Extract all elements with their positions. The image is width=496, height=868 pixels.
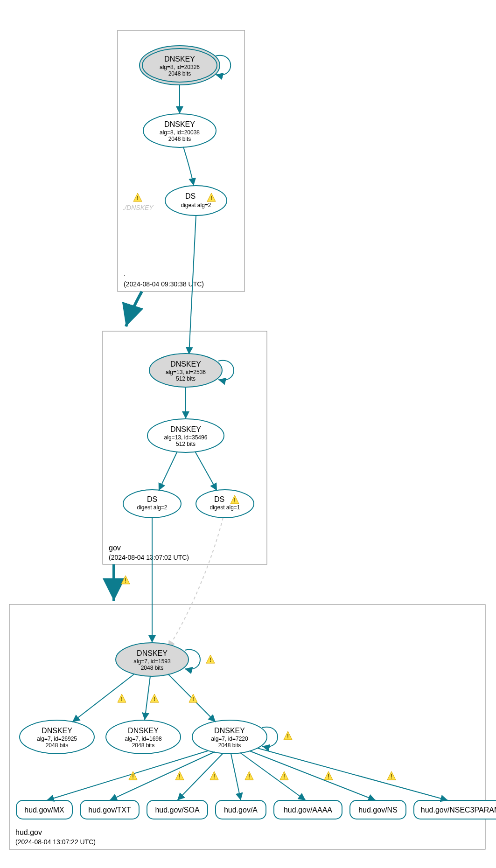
gov-zsk-line2: alg=13, id=35496 [164,434,208,441]
svg-point-4 [165,186,227,215]
warning-icon: ! [121,576,130,584]
zone-gov-timestamp: (2024-08-04 13:07:02 UTC) [109,554,189,561]
zone-hud-timestamp: (2024-08-04 13:07:22 UTC) [15,838,96,846]
zone-hud-label: hud.gov [15,828,42,836]
warning-icon: ! [118,694,126,702]
gov-ksk-title: DNSKEY [170,360,201,368]
gov-ds1-line2: digest alg=2 [137,504,167,511]
edge-gov-zsk-to-ds1 [159,451,177,491]
root-zsk-node: DNSKEY alg=8, id=20038 2048 bits [143,114,216,147]
gov-ksk-line3: 512 bits [176,375,196,382]
hud-ksk-node: DNSKEY alg=7, id=1593 2048 bits [116,643,189,676]
gov-zsk-line3: 512 bits [176,441,196,447]
edge-zone-root-to-gov [126,292,142,326]
svg-text:!: ! [210,657,211,663]
hud-zsk3-line2: alg=7, id=7220 [211,736,248,742]
root-zsk-title: DNSKEY [164,120,195,128]
svg-point-10 [123,490,181,518]
root-ds-line2: digest alg=2 [181,202,211,208]
gov-ds1-node: DS digest alg=2 [123,490,181,518]
zone-root-timestamp: (2024-08-04 09:30:38 UTC) [124,280,204,288]
warning-icon: ! [324,771,333,780]
svg-text:!: ! [179,773,181,780]
root-ksk-line3: 2048 bits [168,70,191,77]
svg-text:!: ! [391,773,392,780]
svg-point-11 [196,490,254,518]
root-ds-title: DS [185,192,196,200]
edge-zsk3-to-nsec3param [258,748,448,800]
zone-root-label: . [124,270,126,278]
rr-label-soa: hud.gov/SOA [155,806,200,814]
edge-hud-ksk-to-zsk1 [72,674,134,722]
rr-node-txt: hud.gov/TXT [80,800,139,819]
root-ksk-title: DNSKEY [164,55,195,63]
rr-label-a: hud.gov/A [224,806,258,814]
hud-zsk2-title: DNSKEY [128,727,159,735]
svg-text:!: ! [132,773,134,780]
warning-icon: ! [206,655,215,663]
root-zsk-line3: 2048 bits [168,136,191,142]
root-ksk-node: DNSKEY alg=8, id=20326 2048 bits [140,46,220,85]
hud-zsk2-line3: 2048 bits [132,742,155,749]
hud-ksk-line3: 2048 bits [141,665,164,671]
gov-zsk-node: DNSKEY alg=13, id=35496 512 bits [147,419,224,452]
root-ghost-dnskey-label: ./DNSKEY [123,204,154,211]
zone-hud: hud.gov (2024-08-04 13:07:22 UTC) DNSKEY… [9,518,496,849]
hud-ksk-title: DNSKEY [137,649,168,657]
rr-node-ns: hud.gov/NS [350,800,406,819]
warning-icon: ! [189,694,197,702]
edge-hud-ksk-to-zsk2 [145,676,150,720]
hud-zsk1-node: DNSKEY alg=7, id=26925 2048 bits [20,720,94,754]
svg-text:!: ! [137,195,139,201]
zone-gov-label: gov [109,544,121,552]
svg-text:!: ! [210,195,212,201]
gov-ksk-line2: alg=13, id=2536 [166,369,206,375]
rr-node-mx: hud.gov/MX [16,800,72,819]
svg-text:!: ! [213,773,215,780]
rr-node-a: hud.gov/A [216,800,266,819]
warning-icon: ! [150,694,159,702]
hud-zsk3-line3: 2048 bits [218,742,241,749]
svg-text:!: ! [121,696,123,702]
gov-ksk-node: DNSKEY alg=13, id=2536 512 bits [149,354,222,387]
rr-node-soa: hud.gov/SOA [147,800,208,819]
rr-label-mx: hud.gov/MX [24,806,64,814]
svg-text:!: ! [328,773,329,780]
svg-text:!: ! [287,733,289,740]
rr-node-nsec3param: hud.gov/NSEC3PARAM [414,800,496,819]
hud-zsk1-line3: 2048 bits [46,742,69,749]
hud-zsk3-node: DNSKEY alg=7, id=7220 2048 bits [192,720,267,754]
warning-icon: ! [175,771,184,780]
zone-root: . (2024-08-04 09:30:38 UTC) DNSKEY alg=8… [118,30,245,292]
warning-icon: ! [245,771,253,780]
warning-icon: ! [133,193,142,201]
warning-icon: ! [284,731,292,740]
svg-text:!: ! [154,696,155,702]
svg-text:!: ! [192,696,194,702]
root-ds-node: DS digest alg=2 ! [165,186,227,215]
hud-zsk1-title: DNSKEY [42,727,72,735]
edge-zsk3-to-a [231,754,241,800]
gov-ds2-title: DS [214,495,224,503]
hud-ksk-line2: alg=7, id=1593 [133,658,171,665]
warning-icon: ! [280,771,288,780]
root-ksk-line2: alg=8, id=20326 [160,64,200,70]
edge-root-zsk-to-ds [183,147,194,186]
gov-ds2-line2: digest alg=1 [210,504,240,511]
warning-icon: ! [387,771,396,780]
hud-zsk1-line2: alg=7, id=26925 [37,736,77,742]
edge-zsk3-to-mx [47,751,208,800]
edge-gov-ds2-to-hud-ksk [168,518,223,648]
root-ghost-dnskey: ! ./DNSKEY [123,193,154,211]
gov-zsk-title: DNSKEY [170,425,201,433]
svg-text:!: ! [283,773,285,780]
svg-text:!: ! [125,577,126,584]
hud-zsk3-title: DNSKEY [214,727,245,735]
gov-ds1-title: DS [147,495,157,503]
svg-text:!: ! [248,773,250,780]
hud-zsk2-line2: alg=7, id=1698 [125,736,162,742]
rr-label-aaaa: hud.gov/AAAA [284,806,332,814]
warning-icon: ! [210,771,218,780]
hud-zsk2-node: DNSKEY alg=7, id=1698 2048 bits [106,720,181,754]
edge-gov-zsk-to-ds2 [195,451,217,491]
